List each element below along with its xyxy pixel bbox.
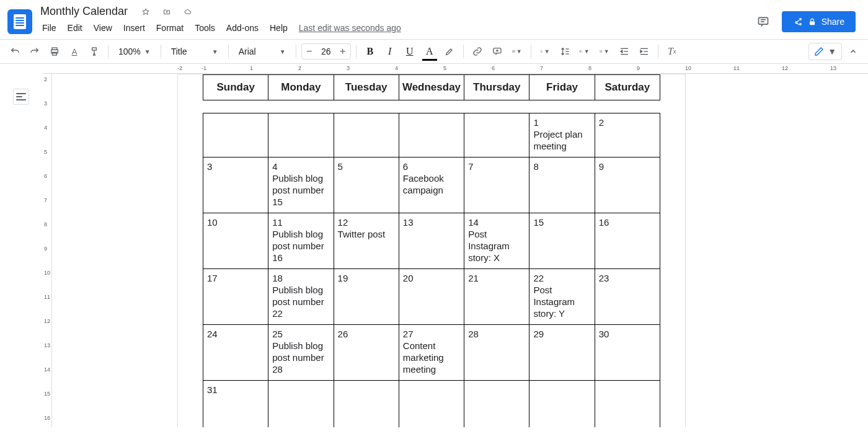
clear-formatting-button[interactable]: Tx [663,43,681,60]
align-button[interactable]: ▼ [536,43,554,60]
document-page[interactable]: SundayMondayTuesdayWednesdayThursdayFrid… [177,74,686,427]
underline-button[interactable]: U [401,43,418,60]
insert-comment-button[interactable] [489,43,506,60]
calendar-cell[interactable] [268,113,334,157]
last-edit-link[interactable]: Last edit was seconds ago [294,20,406,35]
cloud-status-icon[interactable] [182,6,194,18]
calendar-cell[interactable]: 17 [203,269,268,324]
calendar-cell[interactable]: 21 [464,269,529,324]
calendar-day-number: 7 [468,161,525,173]
font-family-select[interactable]: Arial▼ [234,43,291,60]
calendar-cell[interactable]: 28 [464,325,529,380]
menu-insert[interactable]: Insert [118,20,150,35]
menu-help[interactable]: Help [265,20,293,35]
calendar-cell[interactable]: 26 [334,325,399,380]
document-outline-button[interactable] [13,89,29,105]
spellcheck-button[interactable]: A [66,43,83,60]
calendar-cell[interactable]: 10 [203,213,268,268]
calendar-cell[interactable]: 15 [529,213,595,268]
calendar-cell[interactable]: 25Publish blog post number 28 [268,325,334,380]
calendar-row: 34Publish blog post number 1556Facebook … [203,157,660,213]
highlight-button[interactable] [441,43,458,60]
paint-format-button[interactable] [86,43,103,60]
calendar-cell[interactable] [334,113,399,157]
move-icon[interactable] [161,6,173,18]
calendar-cell[interactable]: 2 [595,113,660,157]
font-size-decrease[interactable]: − [302,44,317,59]
calendar-cell[interactable]: 31 [203,381,268,427]
calendar-day-number: 14 [468,217,525,229]
calendar-row: 1011Publish blog post number 1612Twitter… [203,213,660,269]
menu-format[interactable]: Format [151,20,188,35]
doc-title[interactable]: Monthly Calendar [37,4,131,19]
checklist-button[interactable]: ▼ [576,43,593,60]
calendar-cell[interactable]: 4Publish blog post number 15 [268,157,334,213]
calendar-cell[interactable]: 20 [399,269,464,324]
calendar-cell[interactable] [595,381,660,427]
star-icon[interactable] [140,6,152,18]
insert-link-button[interactable] [469,43,486,60]
calendar-cell[interactable]: 29 [529,325,595,380]
calendar-cell[interactable]: 13 [399,213,464,268]
docs-logo[interactable] [7,9,32,34]
collapse-toolbar-button[interactable] [844,43,862,60]
font-size-increase[interactable]: + [335,44,350,59]
calendar-cell[interactable]: 22Post Instagram story: Y [529,269,595,324]
font-size-input[interactable] [317,46,335,57]
calendar-cell[interactable]: 1Project plan meeting [529,113,595,157]
menu-add-ons[interactable]: Add-ons [221,20,264,35]
calendar-day-number: 24 [207,329,264,340]
horizontal-ruler[interactable]: -2-1123456789101112131415161718 [42,64,868,74]
bold-button[interactable]: B [361,43,379,60]
vertical-ruler[interactable]: 234567891011121314151617 [42,74,52,427]
menu-tools[interactable]: Tools [190,20,220,35]
menu-view[interactable]: View [89,20,117,35]
editing-mode-button[interactable]: ▼ [808,43,842,60]
calendar-event: Publish blog post number 28 [272,340,329,375]
calendar-cell[interactable]: 30 [595,325,660,380]
calendar-cell[interactable]: 9 [595,157,660,213]
calendar-cell[interactable] [464,113,529,157]
indent-decrease-button[interactable] [616,43,633,60]
line-spacing-button[interactable] [556,43,574,60]
calendar-cell[interactable]: 24 [203,325,268,380]
share-button[interactable]: Share [782,11,856,32]
redo-button[interactable] [26,43,43,60]
zoom-select[interactable]: 100%▼ [113,43,156,60]
print-button[interactable] [46,43,63,60]
calendar-cell[interactable] [203,113,268,157]
calendar-cell[interactable] [268,381,334,427]
calendar-cell[interactable]: 3 [203,157,268,213]
comments-icon[interactable] [755,13,772,30]
menu-file[interactable]: File [37,20,61,35]
calendar-cell[interactable]: 18Publish blog post number 22 [268,269,334,324]
calendar-cell[interactable]: 11Publish blog post number 16 [268,213,334,268]
insert-image-button[interactable]: ▼ [508,43,526,60]
menu-edit[interactable]: Edit [63,20,87,35]
calendar-cell[interactable]: 14Post Instagram story: X [464,213,529,268]
calendar-cell[interactable] [529,381,595,427]
calendar-cell[interactable]: 19 [334,269,399,324]
indent-increase-button[interactable] [636,43,653,60]
text-color-button[interactable]: A [421,43,438,60]
paragraph-style-select[interactable]: Title▼ [166,43,223,60]
calendar-cell[interactable]: 16 [595,213,660,268]
calendar-cell[interactable] [334,381,399,427]
calendar-cell[interactable]: 8 [529,157,595,213]
bulleted-list-button[interactable]: ▼ [596,43,613,60]
calendar-cell[interactable]: 7 [464,157,529,213]
calendar-day-header: Thursday [464,74,529,100]
calendar-cell[interactable]: 12Twitter post [334,213,399,268]
calendar-cell[interactable]: 5 [334,157,399,213]
italic-button[interactable]: I [381,43,399,60]
calendar-cell[interactable] [464,381,529,427]
calendar-cell[interactable] [399,381,464,427]
calendar-cell[interactable]: 6Facebook campaign [399,157,464,213]
font-size-control: − + [301,43,351,60]
calendar-cell[interactable] [399,113,464,157]
calendar-day-number: 23 [599,273,656,285]
undo-button[interactable] [6,43,24,60]
calendar-day-number: 20 [403,273,460,285]
calendar-cell[interactable]: 27Content marketing meeting [399,325,464,380]
calendar-cell[interactable]: 23 [595,269,660,324]
